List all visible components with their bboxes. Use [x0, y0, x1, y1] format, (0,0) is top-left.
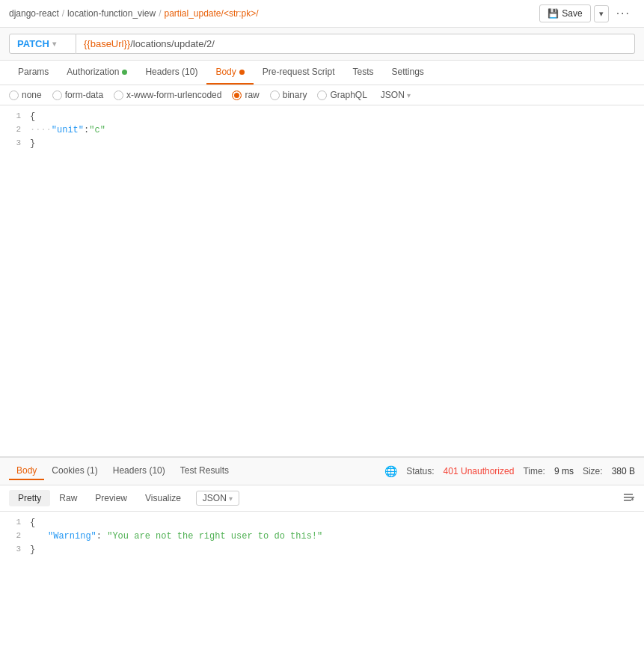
response-tabs: Body Cookies (1) Headers (10) Test Resul… — [9, 462, 236, 480]
radio-graphql — [317, 91, 327, 100]
breadcrumb: django-react / location-function_view / … — [9, 8, 259, 19]
body-type-binary[interactable]: binary — [270, 90, 307, 100]
breadcrumb-location[interactable]: location-function_view — [67, 8, 156, 19]
indent-dots: ···· — [30, 125, 52, 135]
format-tab-preview-label: Preview — [95, 493, 127, 503]
tab-tests-label: Tests — [352, 67, 373, 77]
body-type-graphql-label: GraphQL — [330, 90, 367, 100]
tab-body[interactable]: Body — [206, 61, 253, 85]
radio-urlencoded — [114, 91, 123, 100]
tab-authorization-label: Authorization — [67, 67, 119, 77]
save-dropdown-button[interactable]: ▾ — [594, 5, 609, 22]
response-body[interactable]: 1 { 2 "Warning": "You are not the right … — [0, 512, 644, 571]
save-icon: 💾 — [548, 8, 559, 19]
resp-linenum-3: 3 — [0, 545, 30, 554]
body-type-formdata-label: form-data — [65, 90, 103, 100]
format-tab-raw-label: Raw — [59, 493, 77, 503]
resp-tab-headers[interactable]: Headers (10) — [105, 462, 173, 480]
resp-format-bar: Pretty Raw Preview Visualize JSON ▾ — [0, 485, 644, 512]
url-prefix: {{baseUrl}} — [84, 38, 130, 49]
more-button[interactable]: ··· — [612, 5, 635, 22]
response-meta: 🌐 Status: 401 Unauthorized Time: 9 ms Si… — [384, 465, 635, 477]
breadcrumb-django[interactable]: django-react — [9, 8, 59, 19]
url-suffix: /locations/update/2/ — [130, 38, 215, 49]
tab-params-label: Params — [18, 67, 49, 77]
tab-settings-label: Settings — [392, 67, 424, 77]
method-label: PATCH — [17, 38, 49, 49]
tab-authorization[interactable]: Authorization — [58, 61, 136, 85]
resp-tab-cookies-label: Cookies (1) — [52, 465, 97, 476]
req-linenum-1: 1 — [0, 111, 30, 120]
resp-tab-body[interactable]: Body — [9, 462, 44, 480]
resp-tab-cookies[interactable]: Cookies (1) — [44, 462, 105, 480]
body-type-none[interactable]: none — [9, 90, 42, 100]
top-bar-actions: 💾 Save ▾ ··· — [539, 4, 635, 22]
breadcrumb-sep-1: / — [62, 8, 64, 19]
req-content-2: ····"unit":"c" — [30, 125, 644, 135]
resp-line-2: 2 "Warning": "You are not the right user… — [0, 531, 644, 545]
format-tab-raw[interactable]: Raw — [50, 490, 86, 506]
body-type-urlencoded[interactable]: x-www-form-urlencoded — [114, 90, 221, 100]
body-dot — [239, 70, 245, 75]
req-linenum-2: 2 — [0, 125, 30, 134]
format-tab-pretty-label: Pretty — [18, 493, 41, 503]
tab-prerequest[interactable]: Pre-request Script — [254, 61, 344, 85]
tab-prerequest-label: Pre-request Script — [263, 67, 335, 77]
size-value: 380 B — [612, 466, 635, 476]
tab-headers[interactable]: Headers (10) — [136, 61, 206, 85]
tab-settings[interactable]: Settings — [383, 61, 433, 85]
radio-binary — [270, 91, 280, 100]
resp-content-2: "Warning": "You are not the right user t… — [30, 531, 644, 542]
req-content-3: } — [30, 138, 644, 149]
method-select[interactable]: PATCH ▾ — [9, 34, 76, 54]
radio-none — [9, 91, 19, 100]
time-value: 9 ms — [554, 466, 574, 476]
authorization-dot — [122, 70, 127, 75]
resp-content-3: } — [30, 545, 644, 555]
radio-formdata — [52, 91, 62, 100]
globe-icon: 🌐 — [384, 465, 397, 477]
json-select-label: JSON — [381, 90, 405, 100]
resp-linenum-1: 1 — [0, 518, 30, 527]
save-button[interactable]: 💾 Save — [539, 4, 590, 22]
json-select[interactable]: JSON ▾ — [381, 90, 411, 100]
resp-tab-body-label: Body — [16, 465, 37, 476]
body-type-row: none form-data x-www-form-urlencoded raw… — [0, 85, 644, 105]
status-code-number: 401 — [444, 466, 459, 476]
body-type-graphql[interactable]: GraphQL — [317, 90, 367, 100]
url-bar: PATCH ▾ {{baseUrl}}/locations/update/2/ — [0, 28, 644, 61]
tab-headers-label: Headers (10) — [145, 67, 197, 77]
body-type-formdata[interactable]: form-data — [52, 90, 103, 100]
wrap-lines-button[interactable] — [623, 492, 635, 505]
resp-line-3: 3 } — [0, 545, 644, 558]
time-label-text: Time: — [523, 466, 545, 476]
top-bar: django-react / location-function_view / … — [0, 0, 644, 28]
tab-tests[interactable]: Tests — [343, 61, 382, 85]
body-type-raw[interactable]: raw — [232, 90, 259, 100]
resp-tab-headers-label: Headers (10) — [113, 465, 165, 476]
body-type-none-label: none — [22, 90, 42, 100]
resp-json-chevron-icon: ▾ — [229, 494, 233, 503]
format-tab-pretty[interactable]: Pretty — [9, 490, 50, 506]
resp-tab-testresults-label: Test Results — [180, 465, 229, 476]
breadcrumb-partial[interactable]: partial_update/<str:pk>/ — [164, 8, 258, 19]
format-tab-preview[interactable]: Preview — [86, 490, 136, 506]
resp-content-1: { — [30, 518, 644, 528]
resp-json-label: JSON — [203, 493, 227, 503]
request-editor[interactable]: 1 { 2 ····"unit":"c" 3 } — [0, 105, 644, 457]
breadcrumb-sep-2: / — [159, 8, 161, 19]
save-label: Save — [562, 8, 582, 19]
resp-json-select[interactable]: JSON ▾ — [196, 491, 239, 506]
req-line-1: 1 { — [0, 111, 644, 125]
format-tab-visualize-label: Visualize — [145, 493, 181, 503]
url-input[interactable]: {{baseUrl}}/locations/update/2/ — [76, 34, 635, 54]
status-label-text: Status: — [406, 466, 434, 476]
status-code: 401 Unauthorized — [444, 466, 515, 476]
tab-params[interactable]: Params — [9, 61, 58, 85]
format-tab-visualize[interactable]: Visualize — [136, 490, 190, 506]
resp-tab-testresults[interactable]: Test Results — [173, 462, 236, 480]
body-type-binary-label: binary — [283, 90, 307, 100]
req-linenum-3: 3 — [0, 138, 30, 147]
req-line-2: 2 ····"unit":"c" — [0, 125, 644, 138]
method-chevron-icon: ▾ — [52, 40, 56, 48]
